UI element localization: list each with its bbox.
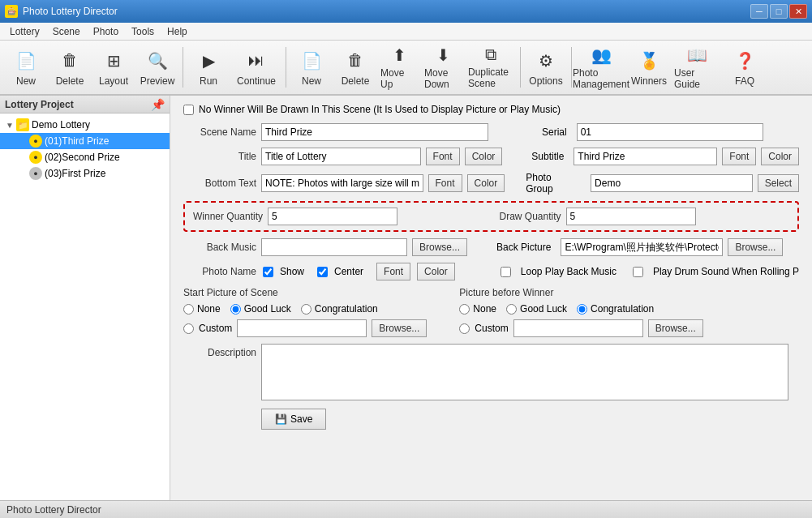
save-row: 💾 Save [261,409,799,430]
no-winner-row: No Winner Will Be Drawn In This Scene (I… [183,104,799,115]
pb-browse-btn[interactable]: Browse... [648,319,703,337]
back-picture-input[interactable] [561,238,723,256]
start-none-radio[interactable] [183,304,194,315]
photo-name-label: Photo Name [183,266,256,277]
toolbar-continue-btn[interactable]: ⏭ Continue [231,44,281,91]
toolbar-winners-btn[interactable]: 🏅 Winners [628,44,670,91]
menu-lottery[interactable]: Lottery [3,24,46,39]
minimize-button[interactable]: ─ [750,4,768,19]
bottom-text-input[interactable] [261,174,423,192]
toolbar-delete-btn[interactable]: 🗑 Delete [49,44,91,91]
picture-before-winner-section: Picture before Winner None Good Luck Con… [459,287,702,337]
close-button[interactable]: ✕ [789,4,807,19]
start-goodluck-radio[interactable] [230,304,241,315]
tree-area: ▼ 📁 Demo Lottery ● (01)Third Prize ● (02… [0,113,170,500]
main-layout: Lottery Project 📌 ▼ 📁 Demo Lottery ● (01… [0,96,812,500]
bottom-color-btn[interactable]: Color [467,174,505,192]
pb-custom-label: Custom [475,323,508,334]
menu-photo[interactable]: Photo [87,24,125,39]
subtitle-color-btn[interactable]: Color [761,148,799,165]
select-btn[interactable]: Select [758,174,799,192]
pb-custom-input[interactable] [513,319,643,337]
start-custom-radio[interactable] [183,323,194,334]
browse-pic-btn[interactable]: Browse... [728,238,783,256]
toolbar-options-label: Options [529,75,562,87]
toolbar-options-btn[interactable]: ⚙ Options [525,44,567,91]
show-label: Show [280,266,304,277]
maximize-button[interactable]: □ [770,4,788,19]
pb-congrat-radio[interactable] [577,304,587,315]
photo-group-input[interactable] [591,174,753,192]
winner-qty-input[interactable] [268,208,397,225]
loop-play-checkbox[interactable] [501,267,511,277]
photo-name-font-btn[interactable]: Font [376,263,410,280]
subtitle-font-btn[interactable]: Font [722,148,756,165]
menu-help[interactable]: Help [161,24,194,39]
toolbar-faq-btn[interactable]: ❓ FAQ [724,44,766,91]
save-button[interactable]: 💾 Save [261,409,326,430]
prize-icon-3: ● [29,167,42,180]
photo-name-color-btn[interactable]: Color [417,263,455,280]
toolbar-new-btn[interactable]: 📄 New [5,44,47,91]
new2-icon: 📄 [299,48,324,73]
save-disk-icon: 💾 [275,413,287,425]
toolbar-duplicate-btn[interactable]: ⧉ Duplicate Scene [466,44,516,91]
toolbar-run-label: Run [200,75,217,87]
play-drum-checkbox[interactable] [633,267,643,277]
show-checkbox[interactable] [263,267,273,277]
moveup-icon: ⬆ [386,45,412,65]
tree-item-second[interactable]: ● (02)Second Prize [0,149,170,165]
subtitle-input[interactable] [574,148,717,165]
toolbar-layout-btn[interactable]: ⊞ Layout [92,44,135,91]
toolbar-userguide-btn[interactable]: 📖 User Guide [672,44,722,91]
back-music-input[interactable] [261,238,407,256]
start-custom-input[interactable] [237,319,367,337]
toolbar-new2-btn[interactable]: 📄 New [290,44,333,91]
pb-goodluck-row: Good Luck [506,303,567,315]
start-custom-label: Custom [199,323,232,334]
picture-sections: Start Picture of Scene None Good Luck Co… [183,287,799,337]
toolbar-photomgmt-btn[interactable]: 👥 Photo Management [576,44,626,91]
duplicate-icon: ⧉ [478,45,504,64]
toolbar-duplicate-label: Duplicate Scene [468,66,513,89]
pb-none-label: None [473,303,496,315]
bottom-font-btn[interactable]: Font [428,174,462,192]
no-winner-checkbox[interactable] [183,105,194,115]
pb-goodluck-label: Good Luck [520,303,567,315]
start-browse-btn[interactable]: Browse... [372,319,427,337]
scene-name-input[interactable] [261,123,488,141]
toolbar-delete2-btn[interactable]: 🗑 Delete [334,44,376,91]
title-bar-controls: ─ □ ✕ [750,4,807,19]
toolbar-moveup-btn[interactable]: ⬆ Move Up [378,44,420,91]
pb-none-radio[interactable] [459,304,470,315]
tree-item-first[interactable]: ● (03)First Prize [0,165,170,182]
photo-group-label: Photo Group [526,172,581,195]
pin-icon[interactable]: 📌 [151,98,165,111]
draw-qty-input[interactable] [566,208,696,225]
title-input[interactable] [261,148,421,165]
description-input[interactable] [261,344,788,400]
tree-item-third[interactable]: ● (01)Third Prize [0,133,170,149]
start-congrat-radio[interactable] [301,304,311,315]
title-font-btn[interactable]: Font [426,148,460,165]
title-color-btn[interactable]: Color [465,148,503,165]
menu-scene[interactable]: Scene [46,24,87,39]
toolbar-preview-btn[interactable]: 🔍 Preview [136,44,178,91]
pb-goodluck-radio[interactable] [506,304,517,315]
toolbar-new-label: New [16,75,36,87]
menu-tools[interactable]: Tools [125,24,161,39]
start-none-label: None [197,303,221,315]
center-label: Center [334,266,363,277]
serial-input[interactable] [577,123,763,141]
toolbar-run-btn[interactable]: ▶ Run [187,44,230,91]
toolbar-sep-1 [183,47,183,88]
center-checkbox[interactable] [317,267,328,277]
pb-custom-row: Custom Browse... [459,319,702,337]
browse-music-btn[interactable]: Browse... [412,238,467,256]
toolbar-userguide-label: User Guide [674,67,720,90]
toolbar-movedown-btn[interactable]: ⬇ Move Down [422,44,464,91]
pb-congrat-label: Congratulation [591,303,654,315]
pb-custom-radio[interactable] [459,323,470,334]
tree-root[interactable]: ▼ 📁 Demo Lottery [0,117,170,133]
start-congrat-row: Congratulation [301,303,378,315]
